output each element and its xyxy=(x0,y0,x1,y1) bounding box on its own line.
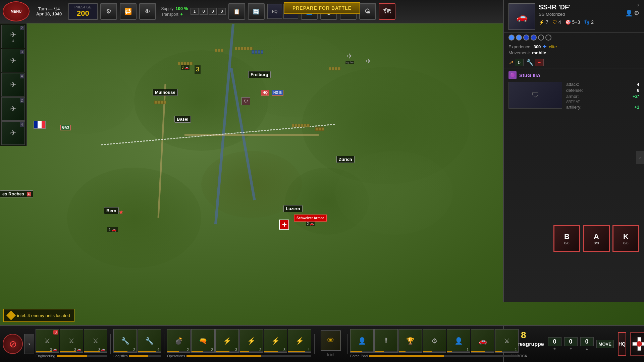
experience-rank: elite xyxy=(549,44,557,49)
unit-slot-ops-6[interactable]: ⚡ 4 xyxy=(288,329,311,353)
unit-slot-ops-1[interactable]: 💣 2 xyxy=(167,329,191,353)
hg-val-move: MOVE xyxy=(596,340,614,348)
plane-token-2[interactable]: ✈ xyxy=(366,57,372,66)
scroll-left-btn[interactable]: › xyxy=(24,334,34,354)
unit-slot-fp-2[interactable]: 🎖 xyxy=(374,329,398,353)
hq-marker-hgb: HG B xyxy=(272,90,283,96)
unit-slot-fp-7[interactable]: ⚔ 1 xyxy=(495,329,519,353)
unit-token-1[interactable]: 3 🚗 xyxy=(178,62,193,70)
left-unit-1[interactable]: ✈ 2 4 xyxy=(1,25,25,48)
retreat-action[interactable]: 🔧 − xyxy=(526,59,544,66)
unit-token-10[interactable] xyxy=(315,127,324,131)
attack-value: 7 xyxy=(546,19,548,25)
operations-units-row: 💣 2 🔫 2 ⚡ 3 ⚡ 2 ⚡ 3 xyxy=(167,329,311,353)
separator-1 xyxy=(110,334,111,354)
unit-slot-eng-2[interactable]: ⚔ 3🚗 xyxy=(60,329,83,353)
supply-counter-3: 0 xyxy=(209,8,217,15)
unit-icon-fp-3: 🏆 xyxy=(406,337,415,345)
left-unit-badge-3: 4 xyxy=(20,74,24,78)
left-unit-3[interactable]: ✈ 4 xyxy=(1,73,25,97)
unit-slot-eng-1[interactable]: ⚔ 3 3🚗 xyxy=(36,329,59,353)
unit-slot-ops-2[interactable]: 🔫 2 xyxy=(191,329,215,353)
stat-attack: ⚡ 7 xyxy=(539,19,548,25)
unit-token-5[interactable] xyxy=(235,47,253,50)
unit-slot-log-1[interactable]: 🔧 2 xyxy=(113,329,137,353)
unit-slot-ops-3[interactable]: ⚡ 3 xyxy=(215,329,239,353)
unit-token-9[interactable] xyxy=(292,124,310,127)
unit-slot-fp-3[interactable]: 🏆 xyxy=(398,329,422,353)
unit-slot-fp-6[interactable]: 🚗 xyxy=(471,329,494,353)
attack-action[interactable]: ↗ 0 xyxy=(508,59,524,66)
unit-icon-ops-4: ⚡ xyxy=(247,337,256,345)
unit-token-7[interactable]: 🛡 xyxy=(241,97,250,105)
menu-button[interactable]: MENU xyxy=(3,1,30,21)
group-badge-k[interactable]: K 8/8 xyxy=(612,225,639,252)
prestige-box: PRESTIGE 200 xyxy=(68,3,98,20)
top-icon-3[interactable]: 👁 xyxy=(139,3,156,20)
unit-slot-log-2[interactable]: 🔧 4 xyxy=(138,329,161,353)
intel-diamond-icon xyxy=(6,311,16,320)
unit-slot-fp-5[interactable]: 👤 1 xyxy=(447,329,470,353)
top-icon-2[interactable]: 🔁 xyxy=(120,3,137,20)
group-badge-a[interactable]: A 8/8 xyxy=(583,225,610,252)
plane-token-1[interactable]: ✈ fighter xyxy=(345,52,354,64)
top-icon-cloud[interactable]: 🌤 xyxy=(359,3,376,20)
action-person-icon[interactable]: 👤 xyxy=(625,9,633,17)
hq-button-main[interactable]: HQ xyxy=(618,332,626,356)
unit-token-4[interactable] xyxy=(215,49,223,52)
intel-text: intel: 4 enemy units located xyxy=(17,313,70,318)
hg-stats: 0 ★ 0 ✝ 0 ▲ MOVE xyxy=(548,337,614,351)
unit-icon-ops-2: 🔫 xyxy=(199,337,207,345)
unit-icon-ops-1: 💣 xyxy=(175,337,183,345)
unit-token-3[interactable] xyxy=(154,101,166,104)
group-count-b: 8/8 xyxy=(564,241,569,245)
panel-expand-arrow[interactable]: › xyxy=(636,151,644,164)
ws-armor-value: +2* xyxy=(633,94,639,99)
unit-token-8[interactable] xyxy=(329,67,340,70)
top-icon-1[interactable]: ⚙ xyxy=(100,3,117,20)
move-icon: 👣 xyxy=(584,19,590,25)
top-icon-4[interactable]: 📋 xyxy=(228,3,245,20)
stat-range: 🎯 5+3 xyxy=(565,19,580,25)
hg-label-arrow: ▲ xyxy=(585,347,589,351)
unit-name-block: SS-IR 'DF' SS Motorized ⚡ 7 🛡 4 🎯 5+3 👣 … xyxy=(539,3,622,25)
action-gear-icon[interactable]: ⚙ xyxy=(634,9,639,17)
top-icon-5[interactable]: 🔄 xyxy=(248,3,265,20)
intel-label: Intel xyxy=(327,352,334,357)
group-count-a: 8/8 xyxy=(594,241,599,245)
unit-stats: ⚡ 7 🛡 4 🎯 5+3 👣 2 xyxy=(539,19,622,25)
defense-icon: 🛡 xyxy=(552,19,557,25)
minus-button[interactable]: − xyxy=(535,59,544,66)
unit-schweizer[interactable]: Schweizer Armee 2 🚗 xyxy=(294,215,327,226)
experience-value: 300 xyxy=(534,44,541,49)
german-cross-button[interactable] xyxy=(630,332,644,356)
left-unit-4[interactable]: ✈ 2 xyxy=(1,97,25,121)
intel-icon-btn[interactable]: 👁 xyxy=(321,330,341,351)
transport-plus: + xyxy=(180,12,183,17)
supply-counter-4: 0 xyxy=(218,8,226,15)
unit-slot-fp-1[interactable]: 👤 xyxy=(350,329,374,353)
unit-token-2[interactable]: 3 xyxy=(195,65,201,74)
unit-slot-ops-5[interactable]: ⚡ 3 xyxy=(264,329,287,353)
engineering-units-row: ⚔ 3 3🚗 ⚔ 3🚗 ⚔ 3🚗 xyxy=(36,329,107,353)
hg-val-star: 0 xyxy=(548,337,561,346)
wrench-icon[interactable]: 🔧 xyxy=(526,59,534,66)
supply-info: Supply 100 % Transport + xyxy=(161,6,188,17)
group-badge-b[interactable]: B 8/8 xyxy=(553,225,580,252)
arrow-ne-icon[interactable]: ↗ xyxy=(508,59,514,66)
hq-btn-1[interactable]: HQ xyxy=(267,4,282,19)
prepare-battle-button[interactable]: PREPARE FOR BATTLE xyxy=(284,2,360,14)
unit-slot-fp-4[interactable]: ⚙ xyxy=(423,329,446,353)
group-count-k: 8/8 xyxy=(623,241,628,245)
unit-experience: Experience: 300 ✚ elite Movement: mobile xyxy=(504,43,644,57)
intel-notification: intel: 4 enemy units located xyxy=(3,309,74,322)
unit-token-6[interactable] xyxy=(252,50,263,54)
movement-row: Movement: mobile xyxy=(508,50,639,55)
left-unit-2[interactable]: ✈ 3 xyxy=(1,49,25,72)
top-icon-map[interactable]: 🗺 xyxy=(379,3,395,20)
left-unit-5[interactable]: ✈ 4 xyxy=(1,121,25,145)
separator-2 xyxy=(164,334,164,354)
cancel-button[interactable]: ⊘ xyxy=(3,334,23,354)
unit-slot-eng-3[interactable]: ⚔ 3🚗 xyxy=(84,329,107,353)
unit-slot-ops-4[interactable]: ⚡ 2 xyxy=(239,329,263,353)
